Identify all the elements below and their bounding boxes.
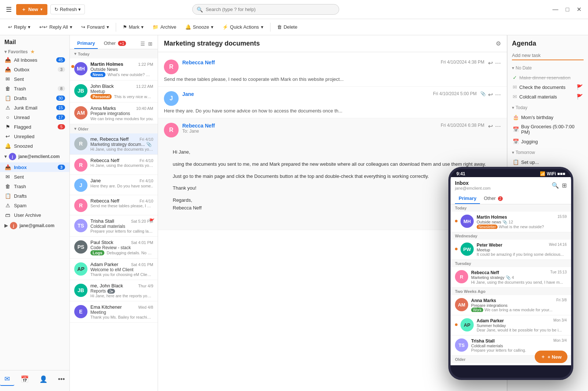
forward-button[interactable]: ↪ Forward ▾ <box>78 22 113 32</box>
email-subject-title: Marketing strategy documents <box>164 40 260 47</box>
mobile-subj-text-rebecca-m: Marketing strategy <box>471 275 504 280</box>
email-detail-settings-button[interactable]: ⚙ <box>496 40 501 47</box>
time-john2: Thur 4/9 <box>138 284 153 288</box>
sidebar-item-sent1[interactable]: ✉ Sent <box>0 172 69 182</box>
close-button[interactable]: ✕ <box>574 5 584 14</box>
sidebar-item-spam1[interactable]: ⚠ Spam <box>0 201 69 210</box>
email-item-trisha[interactable]: 🚩 TS Trisha Stall Sat 5:20 PM Coldcall m… <box>70 215 158 237</box>
nav-more-button[interactable]: ••• <box>54 373 69 386</box>
avatar-rebecca3: R <box>74 199 87 212</box>
email-item-paul[interactable]: PS Paul Stock Sat 4:01 PM Code Review - … <box>70 237 158 259</box>
maximize-button[interactable]: □ <box>563 5 571 14</box>
agenda-task-jogging[interactable]: 📅 Jogging <box>512 137 584 146</box>
window-controls: — □ ✕ <box>550 5 584 14</box>
sidebar-item-outbox[interactable]: 📤 Outbox 3 <box>0 65 69 74</box>
thread-reply-btn-2[interactable]: ↩ <box>488 91 493 98</box>
search-bar: 🔍 <box>192 4 339 15</box>
mobile-filter-icon[interactable]: ⊞ <box>562 182 567 189</box>
thread-more-btn-1[interactable]: ⋯ <box>495 60 501 67</box>
minimize-button[interactable]: — <box>550 5 560 14</box>
quick-actions-button[interactable]: ⚡ Quick Actions ▾ <box>219 22 267 32</box>
agenda-task-setup[interactable]: 📋 Set up... <box>512 157 584 167</box>
drafts1-label: Drafts <box>14 193 65 199</box>
hamburger-button[interactable]: ☰ <box>4 4 13 15</box>
agenda-today-header[interactable]: ▾ Today <box>512 104 584 111</box>
nav-contacts-button[interactable]: 👤 <box>35 373 52 386</box>
trash-label: Trash <box>14 86 55 92</box>
thread-more-btn-2[interactable]: ⋯ <box>495 91 501 98</box>
tab-other[interactable]: Other +1 <box>101 38 129 49</box>
sidebar-item-sent[interactable]: ✉ Sent <box>0 74 69 84</box>
agenda-task-check-docs[interactable]: ✉ Check the documents 🚩 <box>512 82 584 92</box>
email-item-ema[interactable]: E Ema Kitchener Wed 4/8 Meeting Thank yo… <box>70 301 158 323</box>
today-collapse-arrow[interactable]: ▾ <box>74 51 76 56</box>
account2-header[interactable]: ▶ j jane@gmail.com <box>0 220 69 232</box>
mobile-new-button[interactable]: ＋ + New <box>535 351 567 363</box>
sent1-label: Sent <box>14 174 65 180</box>
sidebar-item-unread[interactable]: ○ Unread 17 <box>0 112 69 122</box>
snooze-button[interactable]: 🔔 Snooze ▾ <box>182 22 217 32</box>
older-collapse-arrow[interactable]: ▾ <box>74 126 76 131</box>
sidebar-item-user-archive1[interactable]: 🗃 User Archive <box>0 210 69 220</box>
email-item-jane[interactable]: J Jane Fri 4/10 Here they are. Do you ha… <box>70 175 158 195</box>
search-input[interactable] <box>192 4 339 15</box>
filter-icon-button[interactable]: ☰ <box>140 40 146 47</box>
drafts-label: Drafts <box>14 96 53 101</box>
sidebar-item-all-inboxes[interactable]: 📥 All Inboxes 45 <box>0 55 69 65</box>
sort-icon-button[interactable]: ⊞ <box>147 40 153 47</box>
favorites-header[interactable]: ▾ Favorites ★ <box>0 47 69 55</box>
agenda-task-dinner[interactable]: ✓ Make dinner reservation <box>512 73 584 82</box>
reply-all-button[interactable]: ↩↩ Reply All ▾ <box>36 22 76 32</box>
reply-button[interactable]: ↩ Reply ▾ <box>4 22 34 32</box>
mobile-email-item-peter[interactable]: PW Peter Weber Wed 14:16 Meetup It could… <box>451 240 571 260</box>
sidebar-item-unreplied[interactable]: ↩ Unreplied <box>0 132 69 141</box>
sidebar-item-drafts[interactable]: 📋 Drafts 30 <box>0 93 69 103</box>
sidebar-item-snoozed[interactable]: 🔔 Snoozed <box>0 141 69 151</box>
nav-calendar-button[interactable]: 📅 <box>16 373 33 386</box>
mobile-avatar-rebecca-m: R <box>455 270 468 283</box>
thread-reply-btn-1[interactable]: ↩ <box>488 60 493 67</box>
email-item-john[interactable]: JB John Black 11:22 AM Meetup Personal T… <box>70 80 158 103</box>
sidebar-item-trash[interactable]: 🗑 Trash 8 <box>0 84 69 93</box>
mobile-tab-primary[interactable]: Primary <box>455 193 480 204</box>
agenda-task-coldcall[interactable]: ✉ Coldcall materials 🚩 <box>512 92 584 101</box>
email-item-adam[interactable]: AP Adam Parker Sat 4:01 PM Welcome to eM… <box>70 259 158 280</box>
email-item-rebecca3[interactable]: R Rebecca Neff Fri 4/10 Send me these ta… <box>70 195 158 215</box>
agenda-add-task-input[interactable] <box>512 51 584 60</box>
mobile-email-item-paul-m[interactable]: PS Paul Stock Code review - stack Debugg… <box>451 363 571 365</box>
mobile-email-item-martin[interactable]: MH Martin Holmes 15:59 Outside news 📎 12… <box>451 212 571 232</box>
email-item-rebecca2[interactable]: R Rebecca Neff Fri 4/10 Hi Jane, using t… <box>70 155 158 175</box>
thread-more-btn-3[interactable]: ⋯ <box>495 123 501 130</box>
sidebar-item-drafts1[interactable]: 📋 Drafts <box>0 191 69 201</box>
email-item-rebecca-selected[interactable]: R me, Rebecca Neff Fri 4/10 Marketing st… <box>70 133 158 155</box>
agenda-no-date-header[interactable]: ▾ No Date <box>512 65 584 71</box>
mobile-email-item-adam-m[interactable]: AP Adam Parker Mon 3/4 Summer holiday De… <box>451 315 571 336</box>
sidebar-item-junk[interactable]: ⚠ Junk Email 15 <box>0 103 69 112</box>
account1-header[interactable]: ▾ j jane@emclient.com <box>0 151 69 162</box>
tab-primary[interactable]: Primary <box>74 38 98 49</box>
email-item-martin[interactable]: MH Martin Holmes 1:22 PM Outside News Ne… <box>70 58 158 80</box>
preview-text-john: This is very nice when y... <box>114 94 153 99</box>
toolbar: ↩ Reply ▾ ↩↩ Reply All ▾ ↪ Forward ▾ ⚑ M… <box>0 19 588 35</box>
thread-reply-btn-3[interactable]: ↩ <box>488 123 493 130</box>
sidebar-item-inbox1[interactable]: 📥 Inbox 3 <box>0 162 69 172</box>
time-anna: 10:40 AM <box>136 106 153 111</box>
agenda-task-moms-bday[interactable]: 🎂 Mom's birthday <box>512 112 584 122</box>
agenda-tomorrow-header[interactable]: ▾ Tomorrow <box>512 149 584 156</box>
sidebar-item-trash1[interactable]: 🗑 Trash <box>0 182 69 191</box>
agenda-task-groceries[interactable]: 📅 Buy Groceries (5:00-7:00 PM) <box>512 122 584 137</box>
mobile-tab-other[interactable]: Other 2 <box>480 193 506 204</box>
email-item-anna[interactable]: AM Anna Marks 10:40 AM Prepare integrati… <box>70 103 158 124</box>
mobile-email-item-rebecca-m[interactable]: R Rebecca Neff Tue 15:13 Marketing strat… <box>451 267 571 288</box>
new-button[interactable]: ＋ New ▾ <box>16 4 47 15</box>
mobile-email-item-anna-m[interactable]: AM Anna Marks Fri 3/8 Prepare integratio… <box>451 295 571 315</box>
mark-button[interactable]: ⚑ Mark ▾ <box>119 22 148 32</box>
refresh-button[interactable]: ↻ Refresh ▾ <box>50 4 85 14</box>
mobile-search-icon[interactable]: 🔍 <box>552 182 559 189</box>
inbox-icon: 📥 <box>4 57 11 63</box>
email-item-john2[interactable]: JB me, John Black Thur 4/9 Reports 2▸ Hi… <box>70 280 158 301</box>
delete-button[interactable]: 🗑 Delete <box>273 22 301 32</box>
sidebar-item-flagged[interactable]: ⚑ Flagged 5 <box>0 122 69 132</box>
archive-button[interactable]: 📁 Archive <box>149 22 180 32</box>
nav-mail-button[interactable]: ✉ <box>0 373 14 386</box>
